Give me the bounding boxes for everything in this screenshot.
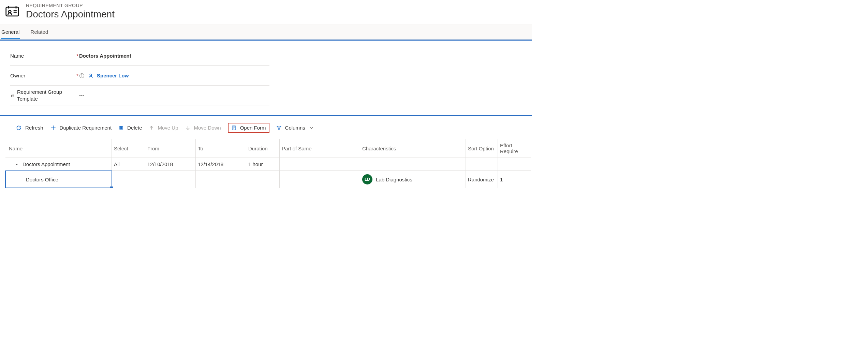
col-effort-required[interactable]: Effort Require xyxy=(498,139,529,158)
cell-duration[interactable] xyxy=(246,171,280,188)
owner-lookup-link[interactable]: Spencer Low xyxy=(97,73,129,78)
duplicate-label: Duplicate Requirement xyxy=(60,125,112,131)
characteristic-value: Lab Diagnostics xyxy=(376,177,412,182)
row-name: Doctors Office xyxy=(26,177,58,182)
info-icon xyxy=(79,73,85,78)
cell-select[interactable] xyxy=(112,171,145,188)
cell-select[interactable]: All xyxy=(112,158,145,170)
grid-row[interactable]: Doctors Office LD Lab Diagnostics Random… xyxy=(5,171,531,188)
page-title: Doctors Appointment xyxy=(26,9,115,20)
tab-general[interactable]: General xyxy=(1,26,20,39)
open-form-label: Open Form xyxy=(240,125,266,131)
col-part-of-same[interactable]: Part of Same xyxy=(280,139,360,158)
cell-name-selected[interactable]: Doctors Office xyxy=(5,171,112,188)
template-label: Requirement Group Template xyxy=(17,89,76,102)
cell-part-of-same[interactable] xyxy=(280,171,360,188)
page-header: REQUIREMENT GROUP Doctors Appointment xyxy=(0,0,532,25)
tab-bar: General Related xyxy=(0,25,532,40)
col-characteristics[interactable]: Characteristics xyxy=(360,139,466,158)
cell-to[interactable]: 12/14/2018 xyxy=(196,158,246,170)
cell-to[interactable] xyxy=(196,171,246,188)
person-icon xyxy=(88,73,93,78)
required-indicator: * xyxy=(76,53,79,59)
cell-duration[interactable]: 1 hour xyxy=(246,158,280,170)
move-up-button: Move Up xyxy=(149,125,178,131)
field-owner: Owner * Spencer Low xyxy=(10,66,269,86)
entity-type-label: REQUIREMENT GROUP xyxy=(26,3,115,8)
col-duration[interactable]: Duration xyxy=(246,139,280,158)
chevron-down-icon xyxy=(309,125,314,131)
subgrid-toolbar: Refresh Duplicate Requirement Delete Mov… xyxy=(0,116,532,139)
grid-row[interactable]: Doctors Appointment All 12/10/2018 12/14… xyxy=(5,158,531,171)
field-template: Requirement Group Template --- xyxy=(10,86,269,105)
duplicate-button[interactable]: Duplicate Requirement xyxy=(50,125,112,131)
avatar: LD xyxy=(362,174,372,184)
name-label: Name xyxy=(10,53,24,59)
svg-point-9 xyxy=(90,74,92,76)
col-name[interactable]: Name xyxy=(5,139,112,158)
svg-rect-10 xyxy=(12,95,14,97)
grid-header-row: Name Select From To Duration Part of Sam… xyxy=(5,139,531,158)
cell-part-of-same[interactable] xyxy=(280,158,360,170)
cell-characteristics[interactable]: LD Lab Diagnostics xyxy=(360,171,466,188)
field-name: Name * Doctors Appointment xyxy=(10,46,269,66)
move-down-button: Move Down xyxy=(185,125,221,131)
refresh-label: Refresh xyxy=(25,125,43,131)
cell-name[interactable]: Doctors Appointment xyxy=(5,158,112,170)
delete-button[interactable]: Delete xyxy=(118,125,142,131)
cell-effort[interactable]: 1 xyxy=(498,171,529,188)
tab-related[interactable]: Related xyxy=(30,26,49,39)
chevron-down-icon[interactable] xyxy=(14,162,19,166)
move-down-label: Move Down xyxy=(194,125,221,131)
requirements-grid: Name Select From To Duration Part of Sam… xyxy=(5,139,531,188)
form-section: Name * Doctors Appointment Owner * xyxy=(0,41,269,115)
columns-button[interactable]: Columns xyxy=(276,125,314,131)
svg-point-7 xyxy=(82,74,82,75)
entity-badge-icon xyxy=(5,4,20,19)
cell-from[interactable] xyxy=(145,171,196,188)
name-value[interactable]: Doctors Appointment xyxy=(79,53,131,59)
cell-from[interactable]: 12/10/2018 xyxy=(145,158,196,170)
col-sort-option[interactable]: Sort Option xyxy=(466,139,498,158)
cell-sort[interactable]: Randomize xyxy=(466,171,498,188)
move-up-label: Move Up xyxy=(158,125,178,131)
cell-effort[interactable] xyxy=(498,158,529,170)
col-from[interactable]: From xyxy=(145,139,196,158)
col-to[interactable]: To xyxy=(196,139,246,158)
refresh-button[interactable]: Refresh xyxy=(16,125,43,131)
delete-label: Delete xyxy=(127,125,142,131)
owner-label: Owner xyxy=(10,73,25,78)
template-value: --- xyxy=(79,92,84,98)
cell-sort[interactable] xyxy=(466,158,498,170)
col-select[interactable]: Select xyxy=(112,139,145,158)
open-form-button[interactable]: Open Form xyxy=(228,123,269,133)
columns-label: Columns xyxy=(285,125,305,131)
required-indicator: * xyxy=(76,73,79,78)
cell-characteristics[interactable] xyxy=(360,158,466,170)
row-name: Doctors Appointment xyxy=(23,161,70,167)
lock-icon xyxy=(10,93,15,98)
